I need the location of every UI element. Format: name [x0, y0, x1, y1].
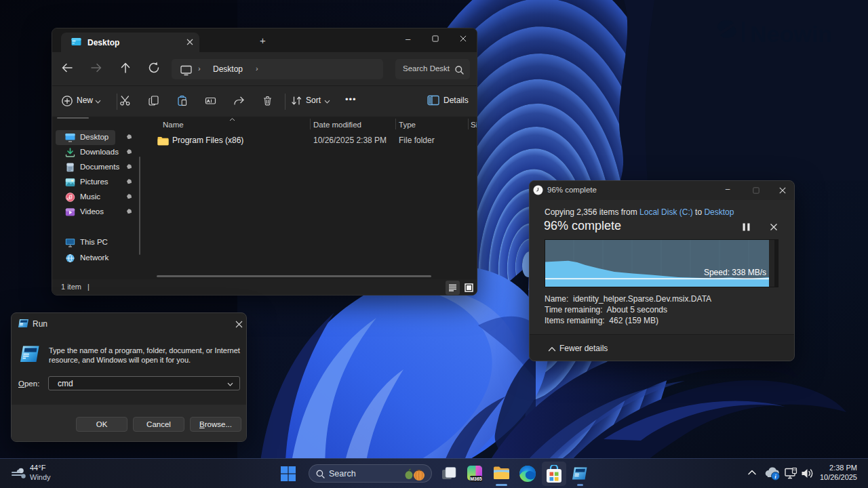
svg-text:M365: M365	[470, 476, 482, 481]
svg-text:Speed: 338 MB/s: Speed: 338 MB/s	[704, 268, 766, 277]
svg-text:Neowin: Neowin	[750, 21, 832, 47]
